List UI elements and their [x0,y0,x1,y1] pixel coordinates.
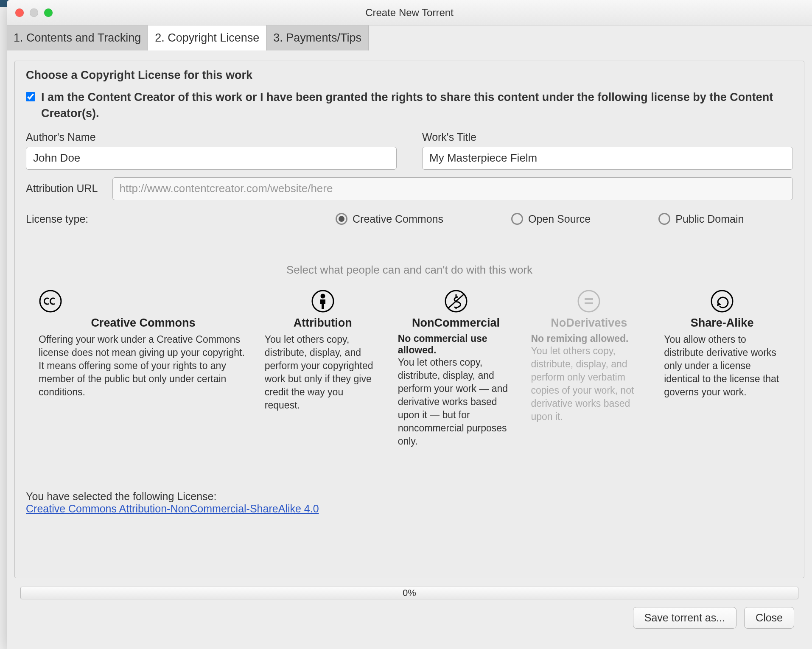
radio-icon [511,213,523,225]
radio-creative-commons[interactable]: Creative Commons [336,213,443,225]
author-name-input[interactable] [26,147,397,170]
progress-text: 0% [403,587,416,599]
attribution-url-label: Attribution URL [26,182,98,195]
license-col-noncommercial[interactable]: NonCommercial No commercial use allowed.… [398,289,514,448]
window-title: Create New Torrent [365,7,454,19]
tab-copyright-license[interactable]: 2. Copyright License [148,25,266,50]
close-window-icon[interactable] [15,8,24,17]
selected-license: You have selected the following License:… [26,490,793,515]
radio-open-source[interactable]: Open Source [511,213,591,225]
license-col-cc: Creative Commons Offering your work unde… [39,289,248,448]
save-torrent-button[interactable]: Save torrent as... [633,607,736,629]
noderivatives-icon [577,289,601,313]
svg-point-7 [578,291,599,312]
license-type-label: License type: [26,213,336,225]
close-button[interactable]: Close [744,607,794,629]
license-col-noderivatives[interactable]: NoDerivatives No remixing allowed. You l… [531,289,647,448]
group-legend: Choose a Copyright License for this work [26,69,793,82]
author-name-label: Author's Name [26,131,397,143]
content-creator-checkbox[interactable] [26,92,35,101]
work-title-label: Work's Title [422,131,793,143]
license-subtitle: Select what people can and can't do with… [26,263,793,277]
radio-public-domain[interactable]: Public Domain [658,213,744,225]
progress-bar: 0% [20,587,798,599]
create-torrent-window: Create New Torrent 1. Contents and Track… [7,0,812,649]
noncommercial-icon [444,289,468,313]
license-col-sharealike[interactable]: Share-Alike You allow others to distribu… [664,289,780,448]
radio-icon [336,213,347,225]
license-groupbox: Choose a Copyright License for this work… [14,61,804,578]
content-creator-label: I am the Content Creator of this work or… [41,90,793,122]
selected-license-link[interactable]: Creative Commons Attribution-NonCommerci… [26,503,319,515]
attribution-icon [311,289,335,313]
tab-contents-tracking[interactable]: 1. Contents and Tracking [7,25,148,50]
svg-point-2 [321,294,325,298]
sharealike-icon [710,289,734,313]
titlebar: Create New Torrent [7,0,812,25]
radio-icon [658,213,670,225]
license-col-attribution[interactable]: Attribution You let others copy, distrib… [265,289,381,448]
cc-icon [39,289,62,313]
tab-payments-tips[interactable]: 3. Payments/Tips [266,25,369,50]
window-controls [15,8,53,17]
work-title-input[interactable] [422,147,793,170]
tab-bar: 1. Contents and Tracking 2. Copyright Li… [7,25,812,50]
attribution-url-input[interactable] [112,177,793,200]
maximize-window-icon[interactable] [44,8,53,17]
minimize-window-icon[interactable] [30,8,38,17]
svg-point-10 [711,291,733,312]
